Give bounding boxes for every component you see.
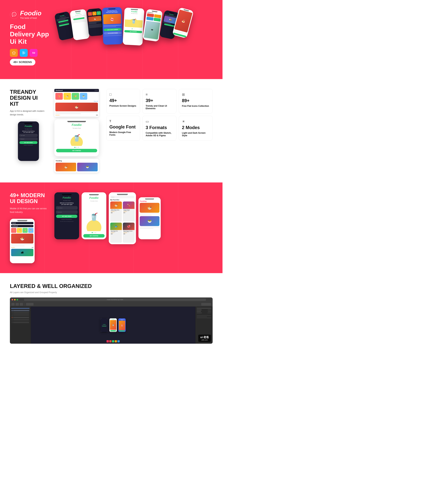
trending-phone: Trending 🍜 🥗	[54, 159, 99, 173]
section-2-layout: TREANDY DESIGN UI KIT App Ui Kit is desi…	[10, 89, 213, 173]
features-grid-container: □ 49+ Premium Screen Designs ≡ 39+ Trend…	[106, 89, 213, 141]
feature-card-trendy: ≡ 39+ Trendy and Clean Ui Elements	[143, 89, 176, 113]
feature-number-4: 3 Formats	[146, 125, 173, 130]
xd-badge: Xd	[30, 49, 37, 57]
feature-card-formats: ▭ 3 Formats Compatible with Sketch, Adob…	[143, 116, 176, 141]
watermark: ui·老爸 uil8.com	[198, 335, 211, 342]
layered-subtext: All Layers are Organized and Grouped Pro…	[10, 291, 213, 294]
hero-left: Foodio The taste of food Food Delivery A…	[10, 7, 49, 66]
section3-layout: 49+ MODERN UI DESIGN Mobile UI Kit that …	[10, 192, 213, 263]
brand-tagline: The taste of food	[20, 17, 41, 19]
feature-icon-3: T	[109, 119, 137, 123]
my-favorites-label: My Favorites	[110, 199, 134, 201]
feature-label-4: Compatible with Sketch, Adobe XD & Figma	[146, 132, 173, 137]
feature-icon-4: ▭	[146, 119, 173, 124]
section4-left: LAYERED & WELL ORGANIZED All Layers are …	[10, 283, 213, 344]
feature-number-2: 89+	[182, 98, 209, 103]
hero-phone-5: Foodio The taste of food 🥤 GET STARTED	[123, 8, 144, 46]
foodio-logo-icon	[10, 10, 19, 19]
section-modern: 49+ MODERN UI DESIGN Mobile UI Kit that …	[0, 182, 222, 273]
login-phone-dark: Foodio The taste of food Welcome to Food…	[18, 121, 39, 161]
feature-number-1: 39+	[146, 98, 173, 103]
trending-label: Trending	[140, 200, 159, 202]
svg-rect-2	[22, 51, 24, 53]
tool-badges-row: Xd 49+ SCREENS	[10, 49, 49, 66]
trendy-subtext: App Ui Kit is designed with modern desig…	[10, 109, 47, 116]
watermark-line1: ui·老爸	[200, 336, 209, 339]
login-phone-container: Foodio The taste of food Welcome to Food…	[10, 121, 47, 161]
feature-card-font: T Google Font Modern Google Free Fonts	[106, 116, 140, 141]
watermark-line2: uil8.com	[201, 339, 208, 341]
feature-card-icons: ⊞ 89+ Free Flat Icons Collection	[179, 89, 213, 113]
feature-label-1: Trendy and Clean Ui Elements	[146, 105, 173, 110]
pink-section-dash-phone: Search Dashboard 12:59 🍕 🍜 🌮	[10, 219, 47, 263]
feature-icon-1: ≡	[146, 92, 173, 96]
white-foodio-phone: Foodio The taste of food 🥤 GET STARTED	[82, 192, 106, 239]
hero-title: Food Delivery App Ui Kit	[10, 23, 49, 45]
section-layered: LAYERED & WELL ORGANIZED All Layers are …	[0, 273, 222, 354]
feature-number-3: Google Font	[109, 124, 137, 130]
modern-heading: 49+ MODERN UI DESIGN	[10, 192, 47, 204]
logo-area: Foodio The taste of food	[10, 10, 49, 19]
hero-phones: Foodio The taste of food Foodio The tast…	[54, 7, 213, 72]
section-trendy: TREANDY DESIGN UI KIT App Ui Kit is desi…	[0, 79, 222, 182]
hero-phone-6: Dashboard 🗺	[143, 9, 163, 42]
feature-number-0: 49+	[109, 98, 137, 103]
sour-clams-fish-label: Sour Clams Fish	[111, 231, 121, 232]
feature-label-5: Light and Dark Screen Style	[182, 132, 209, 137]
section4-layout: LAYERED & WELL ORGANIZED All Layers are …	[10, 283, 213, 344]
section3-left: 49+ MODERN UI DESIGN Mobile UI Kit that …	[10, 192, 47, 263]
foodio-center-phone: Foodio The taste of food 🥤 GET START	[54, 119, 99, 156]
my-favorites-phone: Search My Favorites 🍜 OPEC Kitchen Spicy…	[109, 192, 136, 244]
section-2-left: TREANDY DESIGN UI KIT App Ui Kit is desi…	[10, 89, 47, 161]
hero-phone-4: The Best Place ToFind your Next Order!! …	[102, 7, 123, 45]
feature-icon-2: ⊞	[182, 92, 209, 97]
trending-phone-right: Trending 🍜 🥗	[138, 197, 161, 239]
brand-name: Foodio	[20, 10, 41, 16]
screens-count-badge: 49+ SCREENS	[10, 59, 35, 66]
feature-icon-0: □	[109, 92, 137, 96]
feature-icon-5: ☀	[182, 119, 209, 124]
feature-label-3: Modern Google Free Fonts	[109, 131, 137, 136]
sketch-badge	[10, 49, 18, 57]
trendy-heading: TREANDY DESIGN UI KIT	[10, 89, 47, 107]
dash-phone-pink: Search Dashboard 12:59 🍕 🍜 🌮	[10, 219, 35, 263]
hero-phone-3: 🍕 🍜 🌮 🍜	[87, 8, 104, 36]
feature-number-5: 2 Modes	[182, 125, 209, 130]
section3-phones-right: Foodio The taste of food Welcome to Food…	[54, 192, 213, 244]
figma-badge	[20, 49, 28, 57]
features-grid: □ 49+ Premium Screen Designs ≡ 39+ Trend…	[106, 89, 213, 141]
dashboard-phone-top: Dashboard 12:59 🍕 🍜 🌮 🥗 Show all 🍜	[54, 89, 99, 117]
feature-card-modes: ☀ 2 Modes Light and Dark Screen Style	[179, 116, 213, 141]
svg-point-0	[10, 11, 19, 19]
layered-heading: LAYERED & WELL ORGANIZED	[10, 283, 213, 289]
section-2-middle: Dashboard 12:59 🍕 🍜 🌮 🥗 Show all 🍜	[54, 89, 99, 173]
feature-label-2: Free Flat Icons Collection	[182, 105, 209, 107]
hero-section: Foodio The taste of food Food Delivery A…	[0, 0, 222, 79]
feature-card-premium: □ 49+ Premium Screen Designs	[106, 89, 140, 113]
modern-subtext: Mobile UI Kit that you can use across fo…	[10, 207, 47, 214]
sketch-app-mockup: Foodio Food Delivery App Toolkit	[10, 297, 213, 344]
dark-login-phone: Foodio The taste of food Welcome to Food…	[54, 192, 79, 239]
hero-phone-8: 🍝	[172, 7, 194, 38]
feature-label-0: Premium Screen Designs	[109, 105, 137, 107]
